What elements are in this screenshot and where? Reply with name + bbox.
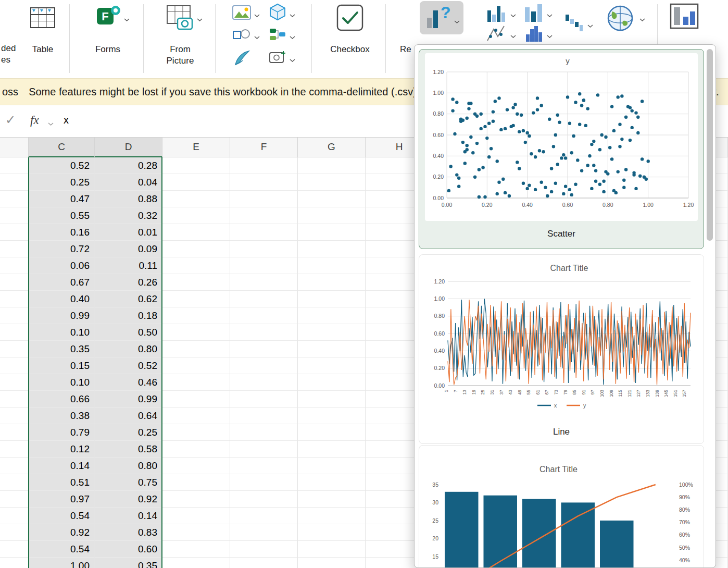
cell[interactable]: 0.16: [29, 224, 95, 241]
cell[interactable]: [0, 424, 29, 441]
cell[interactable]: 0.55: [29, 207, 95, 224]
cell[interactable]: [0, 224, 29, 241]
cell[interactable]: [298, 157, 366, 174]
cell[interactable]: 0.40: [29, 291, 95, 307]
cell[interactable]: [298, 508, 366, 524]
cell[interactable]: [230, 157, 298, 174]
cell[interactable]: [0, 257, 29, 274]
cell[interactable]: 0.32: [95, 207, 162, 224]
cell[interactable]: 0.72: [29, 241, 95, 257]
cell[interactable]: 0.01: [95, 224, 162, 241]
forms-dropdown-chevron[interactable]: [124, 15, 130, 24]
cell[interactable]: [162, 458, 230, 474]
cell[interactable]: [230, 541, 298, 558]
waterfall-chart-icon[interactable]: [564, 13, 583, 34]
smartart-icon[interactable]: [269, 27, 286, 44]
cell[interactable]: 0.62: [95, 291, 162, 307]
cell[interactable]: [230, 491, 298, 508]
popup-scrollbar[interactable]: [707, 49, 713, 241]
cell[interactable]: 0.10: [29, 374, 95, 391]
cell[interactable]: 0.12: [29, 441, 95, 458]
ink-icon[interactable]: [233, 50, 251, 69]
cell[interactable]: 0.92: [95, 491, 162, 508]
cell[interactable]: 0.58: [95, 441, 162, 458]
cell[interactable]: 0.51: [29, 474, 95, 491]
cell[interactable]: [298, 441, 366, 458]
from-picture-icon[interactable]: [166, 3, 195, 34]
cell[interactable]: [298, 391, 366, 408]
cell[interactable]: [0, 191, 29, 207]
cell[interactable]: [0, 391, 29, 408]
cell[interactable]: 0.06: [29, 257, 95, 274]
cell[interactable]: 0.99: [29, 307, 95, 324]
cell[interactable]: [0, 341, 29, 357]
cell[interactable]: 0.80: [95, 458, 162, 474]
cell[interactable]: [230, 374, 298, 391]
cell[interactable]: [162, 341, 230, 357]
cell[interactable]: 0.54: [29, 508, 95, 524]
cell[interactable]: [162, 174, 230, 191]
cell[interactable]: 0.97: [29, 491, 95, 508]
cell[interactable]: [230, 441, 298, 458]
cell[interactable]: [162, 524, 230, 541]
cell[interactable]: 0.52: [29, 157, 95, 174]
cell[interactable]: [230, 257, 298, 274]
cell[interactable]: [230, 357, 298, 374]
column-header-D[interactable]: D: [95, 138, 162, 157]
cell[interactable]: [162, 224, 230, 241]
cell[interactable]: [230, 474, 298, 491]
cell[interactable]: [298, 291, 366, 307]
cell[interactable]: [230, 307, 298, 324]
enter-check-icon[interactable]: ✓: [5, 113, 16, 127]
cell[interactable]: [230, 558, 298, 568]
cell[interactable]: [298, 491, 366, 508]
cell[interactable]: [0, 374, 29, 391]
cell[interactable]: 0.09: [95, 241, 162, 257]
cell[interactable]: 0.46: [95, 374, 162, 391]
cell[interactable]: [0, 174, 29, 191]
cell[interactable]: 0.38: [29, 408, 95, 424]
cell[interactable]: [162, 324, 230, 341]
cell[interactable]: [298, 357, 366, 374]
cell[interactable]: [230, 191, 298, 207]
cell[interactable]: [0, 357, 29, 374]
cell[interactable]: 0.25: [29, 174, 95, 191]
cell[interactable]: [162, 391, 230, 408]
checkbox-icon[interactable]: [335, 3, 366, 35]
cell[interactable]: [298, 458, 366, 474]
cell[interactable]: [162, 207, 230, 224]
pivotchart-icon[interactable]: [670, 3, 699, 32]
cell[interactable]: 0.79: [29, 424, 95, 441]
cell[interactable]: [0, 558, 29, 568]
cell[interactable]: [162, 474, 230, 491]
cell[interactable]: [162, 408, 230, 424]
forms-icon[interactable]: F: [96, 4, 121, 31]
cell[interactable]: [298, 541, 366, 558]
cell[interactable]: [0, 324, 29, 341]
cell[interactable]: 0.75: [95, 474, 162, 491]
cell[interactable]: [298, 274, 366, 291]
cell[interactable]: [230, 524, 298, 541]
cell[interactable]: [230, 391, 298, 408]
scatter-chart-icon[interactable]: [486, 25, 506, 45]
cell[interactable]: [230, 508, 298, 524]
cell[interactable]: [0, 408, 29, 424]
cell[interactable]: [230, 341, 298, 357]
cell[interactable]: 0.26: [95, 274, 162, 291]
cell[interactable]: [0, 241, 29, 257]
cell[interactable]: [0, 207, 29, 224]
cell[interactable]: 0.35: [29, 341, 95, 357]
cell[interactable]: 0.60: [95, 541, 162, 558]
cell[interactable]: [0, 508, 29, 524]
cell[interactable]: [230, 458, 298, 474]
cell[interactable]: [298, 307, 366, 324]
column-header-C[interactable]: C: [29, 138, 95, 157]
cell[interactable]: 0.52: [95, 357, 162, 374]
scatter-chart-chevron[interactable]: [510, 31, 516, 41]
cell[interactable]: [298, 207, 366, 224]
column-header-G[interactable]: G: [298, 138, 366, 157]
cell[interactable]: [162, 374, 230, 391]
cell[interactable]: [230, 224, 298, 241]
cell[interactable]: 0.25: [95, 424, 162, 441]
maps-icon[interactable]: [606, 4, 634, 34]
